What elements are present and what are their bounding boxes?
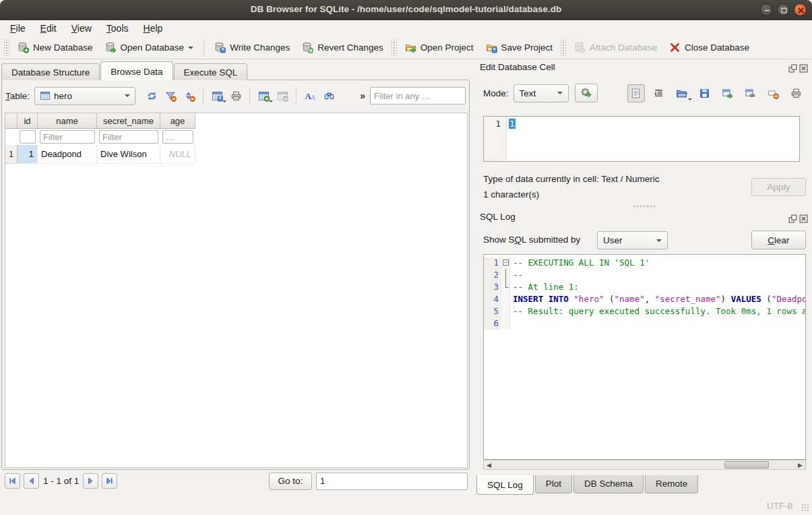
clear-log-button[interactable]: Clear [751,231,806,249]
cell-name[interactable]: Deadpond [38,145,97,164]
filter-input-secret-name[interactable] [99,130,158,144]
sql-token: ( [604,294,614,304]
browse-controls: Table: hero AA » [5,86,466,105]
copy-link-button[interactable] [742,84,759,102]
set-null-button[interactable] [765,84,782,102]
scroll-right-arrow[interactable]: ▶ [795,460,805,469]
sql-token: "Deadpond [772,294,805,304]
write-changes-button[interactable]: Write Changes [208,38,296,57]
cell-size-label: 1 character(s) [483,189,539,200]
open-project-button[interactable]: Open Project [399,38,480,57]
revert-changes-button[interactable]: Revert Changes [296,38,389,57]
column-header-age[interactable]: age [160,113,195,129]
row-header[interactable]: 1 [5,145,18,164]
refresh-button[interactable] [144,87,160,104]
print-button[interactable] [228,87,244,104]
tab-database-structure[interactable]: Database Structure [1,63,100,80]
sql-log-filter-value: User [603,235,623,245]
toolbar-button-label: Write Changes [230,42,290,53]
minimize-button[interactable] [760,3,773,16]
open-external-button[interactable] [719,84,737,102]
chevron-down-icon [656,239,662,245]
sql-log-text: -- EXECUTING ALL IN 'SQL 1' [510,257,650,269]
word-wrap-button[interactable] [650,84,668,102]
clear-filters-button[interactable] [162,87,179,104]
scroll-left-arrow[interactable]: ◀ [484,460,494,469]
db-attach-icon [574,42,586,53]
toolbar-handle[interactable] [561,40,566,56]
float-panel-icon[interactable] [788,63,797,72]
filter-input-name[interactable] [40,130,95,144]
maximize-button[interactable] [777,3,790,16]
export-file-button[interactable] [696,84,714,102]
tab-db-schema[interactable]: DB Schema [573,475,644,493]
filter-input-id[interactable] [20,130,36,144]
scrollbar-thumb[interactable] [724,461,769,468]
close-icon [797,6,805,15]
sql-log-line: 5-- Result: query executed successfully.… [484,305,805,317]
close-panel-icon[interactable] [799,214,808,222]
filter-any-input[interactable] [370,87,466,104]
panel-splitter[interactable] [470,80,476,484]
tab-execute-sql[interactable]: Execute SQL [174,63,248,80]
sql-log-text [510,317,513,330]
goto-input[interactable] [316,473,468,490]
sql-token: ( [761,294,772,304]
menu-help[interactable]: Help [136,21,170,36]
close-panel-icon[interactable] [799,63,808,72]
tab-remote[interactable]: Remote [645,475,698,493]
mode-select[interactable]: Text [513,84,569,102]
import-file-button[interactable] [673,84,691,102]
close-button[interactable] [794,3,807,16]
filter-input-age[interactable] [162,130,193,144]
clear-sort-button[interactable] [181,87,197,104]
sql-token: ) [721,294,731,304]
cell-id[interactable]: 1 [18,145,38,164]
next-record-button[interactable] [83,473,98,489]
toolbar-handle[interactable] [392,40,397,56]
auto-apply-button[interactable] [575,84,598,102]
new-record-button[interactable] [255,87,272,104]
goto-button[interactable]: Go to: [269,473,312,490]
table-select[interactable]: hero [34,87,135,105]
format-button[interactable]: AA [302,87,318,104]
first-record-button[interactable] [5,473,20,489]
text-mode-button[interactable] [627,84,645,102]
column-header-name[interactable]: name [38,113,97,129]
cell-age[interactable]: NULL [160,145,195,164]
cell-editor[interactable]: 1 1 [483,116,800,162]
chevron-down-icon [188,47,193,52]
tab-browse-data[interactable]: Browse Data [100,61,173,80]
cell-secret-name[interactable]: Dive Wilson [97,145,160,164]
toolbar-handle[interactable] [4,40,9,56]
column-header-secret-name[interactable]: secret_name [97,113,160,129]
toolbar-button-label: Close Database [685,42,749,53]
sql-log-filter-select[interactable]: User [597,231,668,249]
print-cell-button[interactable] [788,84,805,102]
previous-record-button[interactable] [24,473,39,489]
open-database-button[interactable]: Open Database [99,38,200,57]
float-panel-icon[interactable] [788,214,797,222]
last-record-button[interactable] [102,473,117,489]
column-header-id[interactable]: id [18,113,38,129]
resize-grip[interactable] [801,504,810,512]
horizontal-splitter[interactable] [632,204,656,208]
scrollbar-track[interactable] [494,460,795,469]
toolbar-separator [203,88,204,104]
new-database-button[interactable]: New Database [11,38,99,57]
tab-plot[interactable]: Plot [535,475,572,493]
menu-tools[interactable]: Tools [99,21,136,36]
find-button[interactable] [321,87,337,104]
menubar: FileEditViewToolsHelp [0,20,812,36]
menu-file[interactable]: File [3,21,33,36]
copy-table-button[interactable] [209,87,225,104]
close-database-button[interactable]: Close Database [663,38,755,57]
menu-edit[interactable]: Edit [33,21,64,36]
menu-view[interactable]: View [64,21,99,36]
fold-margin [501,305,510,317]
sql-log-view[interactable]: 1−-- EXECUTING ALL IN 'SQL 1'2--3-- At l… [483,254,806,460]
tab-sql-log[interactable]: SQL Log [476,475,534,495]
fold-collapse-icon[interactable]: − [503,260,509,266]
save-project-button[interactable]: Save Project [480,38,559,57]
toolbar-overflow-chevron[interactable]: » [360,90,365,101]
